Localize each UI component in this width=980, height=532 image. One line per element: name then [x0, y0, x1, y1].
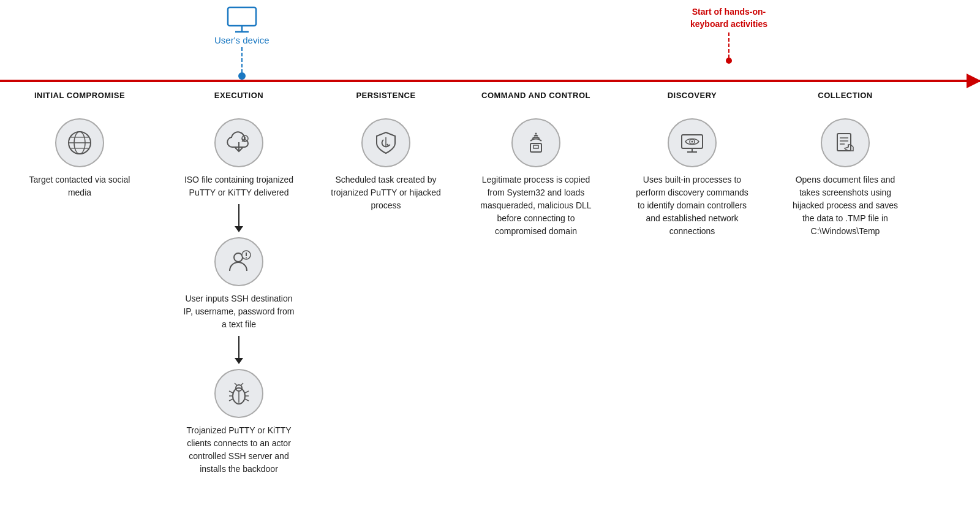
discovery-step-text: Uses built-in processes to perform disco…: [636, 173, 749, 238]
initial-compromise-icon: [55, 118, 104, 167]
cloud-download-icon: [225, 129, 253, 157]
svg-rect-30: [533, 145, 538, 148]
phase-execution: EXECUTION ISO file containing trojanized…: [172, 91, 306, 476]
execution-step2-text: User inputs SSH destination IP, username…: [183, 292, 296, 331]
handson-label: Start of hands-on-keyboard activities: [674, 6, 784, 30]
execution-step3-text: Trojanized PuTTY or KiTTY clients connec…: [183, 424, 296, 476]
bug-icon: [225, 379, 253, 408]
svg-line-23: [229, 399, 233, 401]
svg-point-16: [246, 257, 247, 259]
phase-label-execution: EXECUTION: [214, 91, 263, 100]
c2-step-text: Legitimate process is copied from System…: [475, 173, 597, 238]
handson-annotation: Start of hands-on-keyboard activities: [674, 6, 784, 64]
svg-line-20: [241, 383, 243, 386]
arrow-2: [238, 336, 239, 359]
execution-icon-2: [214, 237, 263, 286]
arrow-1-head: [235, 226, 243, 232]
execution-step1-text: ISO file containing trojanized PuTTY or …: [183, 173, 296, 199]
timeline-line: [0, 80, 980, 82]
phase-label-collection: COLLECTION: [818, 91, 873, 100]
handson-dashed-line: [728, 32, 729, 58]
shield-bolt-icon: [372, 129, 400, 157]
svg-point-36: [692, 141, 693, 143]
collection-step-text: Opens document files and takes screensho…: [789, 173, 902, 238]
phase-collection: COLLECTION Opens document files and take…: [778, 91, 913, 238]
svg-point-31: [535, 133, 537, 135]
execution-icon-1: [214, 118, 263, 167]
discovery-icon: [668, 118, 717, 167]
wifi-box-icon: [522, 129, 550, 157]
phase-c2: COMMAND AND CONTROL Legitimate process i…: [466, 91, 606, 238]
svg-line-26: [245, 399, 249, 401]
arrow-1: [238, 204, 239, 227]
svg-line-21: [229, 391, 233, 393]
phase-label-initial: INITIAL COMPROMISE: [34, 91, 125, 100]
user-alert-icon: [225, 248, 253, 276]
execution-icon-3: [214, 369, 263, 418]
persistence-step-text: Scheduled task created by trojanized PuT…: [330, 173, 443, 212]
c2-icon: [511, 118, 560, 167]
initial-step-text: Target contacted via social media: [24, 173, 135, 199]
diagram-container: User's device Start of hands-on-keyboard…: [0, 0, 980, 532]
document-hand-icon: [831, 129, 859, 157]
device-dot: [238, 72, 246, 80]
phase-persistence: PERSISTENCE Scheduled task created by tr…: [318, 91, 453, 212]
device-annotation: User's device: [214, 6, 270, 80]
phase-discovery: DISCOVERY Uses built-in processes to per…: [625, 91, 760, 238]
phase-label-c2: COMMAND AND CONTROL: [481, 91, 590, 100]
phase-label-discovery: DISCOVERY: [668, 91, 717, 100]
phase-label-persistence: PERSISTENCE: [356, 91, 415, 100]
svg-line-19: [235, 383, 237, 386]
svg-rect-29: [530, 143, 541, 152]
device-label: User's device: [214, 35, 270, 45]
arrow-2-head: [235, 358, 243, 364]
device-icon: [225, 6, 258, 33]
collection-icon: [821, 118, 870, 167]
eye-screen-icon: [678, 129, 706, 157]
svg-line-24: [245, 391, 249, 393]
handson-dot: [726, 58, 732, 64]
svg-rect-0: [228, 7, 256, 26]
device-dashed-line: [241, 47, 243, 73]
svg-point-13: [234, 253, 243, 262]
timeline-arrow: [967, 74, 980, 88]
persistence-icon: [361, 118, 410, 167]
globe-icon: [66, 129, 94, 157]
phase-initial-compromise: INITIAL COMPROMISE Target contacted via …: [12, 91, 147, 199]
